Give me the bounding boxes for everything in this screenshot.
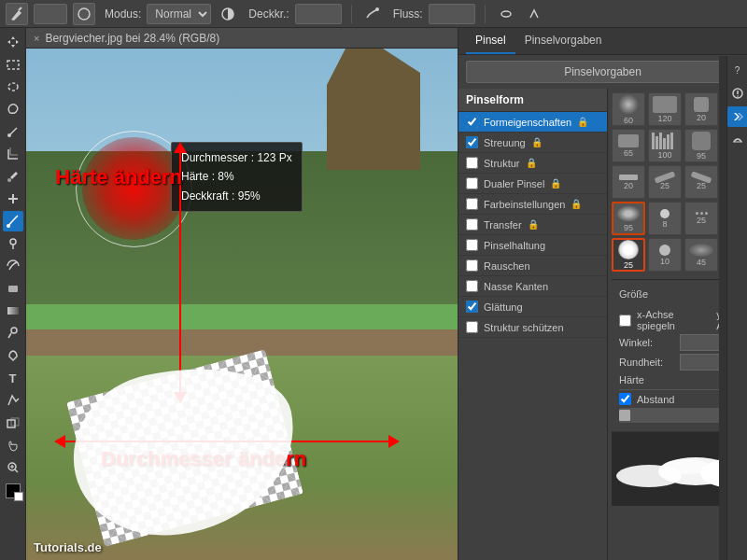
panel-left: Pinselform Formeigenschaften 🔒 Streuung … — [458, 89, 608, 560]
foreground-color[interactable] — [6, 483, 21, 498]
brush-shape-btn[interactable] — [73, 3, 95, 25]
panel-item-1[interactable]: Streuung 🔒 — [458, 133, 607, 153]
main-toolbar: 9 Modus: Normal Deckkr.: 100% Fluss: 100… — [0, 0, 747, 28]
right-tool-2[interactable] — [727, 83, 748, 104]
mode-select[interactable]: Normal — [147, 4, 211, 24]
eyedropper-tool[interactable] — [3, 166, 23, 187]
spacing-checkbox[interactable] — [619, 393, 631, 405]
checkbox-10[interactable] — [466, 321, 478, 333]
panel-item-6[interactable]: Pinselhaltung — [458, 235, 607, 256]
brush-cell-1[interactable]: 120 — [648, 92, 682, 126]
eraser-tool[interactable] — [3, 278, 23, 299]
path-select-tool[interactable] — [3, 390, 23, 411]
zoom-tool[interactable] — [3, 457, 23, 478]
svg-rect-12 — [8, 286, 18, 292]
checkbox-2[interactable] — [466, 157, 478, 169]
brush-cell-4[interactable]: 65 — [612, 129, 645, 162]
checkbox-7[interactable] — [466, 259, 478, 272]
right-tool-1[interactable]: ? — [727, 60, 748, 80]
checkbox-3[interactable] — [466, 177, 478, 189]
pen-tool[interactable] — [3, 345, 23, 366]
tab-pinsel[interactable]: Pinsel — [466, 28, 515, 54]
panel-item-5[interactable]: Transfer 🔒 — [458, 215, 607, 235]
opacity-input[interactable]: 100% — [295, 4, 342, 24]
checkbox-5[interactable] — [466, 218, 478, 231]
item-label-4: Farbeinstellungen — [484, 199, 565, 210]
checkbox-1[interactable] — [466, 136, 478, 148]
panel-item-7[interactable]: Rauschen — [458, 256, 607, 276]
flow-input[interactable]: 100% — [429, 4, 475, 24]
text-tool[interactable]: T — [3, 368, 23, 388]
stylus2-btn[interactable] — [523, 3, 545, 25]
shape-tool[interactable] — [3, 413, 23, 433]
hand-tool[interactable] — [3, 435, 23, 455]
panel-item-3[interactable]: Dualer Pinsel 🔒 — [458, 174, 607, 194]
brush-cell-2[interactable]: 20 — [684, 92, 718, 126]
sep1 — [351, 5, 352, 23]
tooltip-opacity: Deckkraft : 95% — [181, 187, 292, 205]
panel-item-10[interactable]: Struktur schützen — [458, 317, 607, 338]
brush-cell-14[interactable]: 25 — [684, 202, 718, 235]
wand-tool[interactable] — [3, 121, 23, 142]
panel-item-0[interactable]: Formeigenschaften 🔒 — [458, 112, 607, 133]
panel-item-4[interactable]: Farbeinstellungen 🔒 — [458, 194, 607, 215]
right-tool-3[interactable] — [727, 106, 748, 127]
item-label-6: Pinselhaltung — [484, 240, 545, 251]
brush-cell-13[interactable]: 8 — [648, 202, 682, 235]
checkbox-4[interactable] — [466, 198, 478, 210]
move-tool[interactable] — [3, 32, 23, 52]
clone-stamp-tool[interactable] — [3, 233, 23, 254]
dodge-tool[interactable] — [3, 323, 23, 343]
right-panel: Pinsel Pinselvorgaben Pinselvorgaben Pin… — [458, 28, 747, 560]
pinselform-header[interactable]: Pinselform — [458, 89, 607, 112]
lasso-tool[interactable] — [3, 99, 23, 119]
airbrush-icon[interactable] — [361, 3, 384, 25]
preset-button[interactable]: Pinselvorgaben — [466, 61, 740, 83]
checkbox-9[interactable] — [466, 301, 478, 313]
brush-cell-6[interactable]: 95 — [684, 129, 718, 162]
panel-item-9[interactable]: Glättung — [458, 297, 607, 317]
brush-cell-10[interactable]: 25 — [684, 165, 718, 199]
tooltip-hardness: Härte : 8% — [181, 167, 292, 186]
flow-label: Fluss: — [393, 7, 423, 21]
background-color[interactable] — [14, 492, 23, 501]
x-axis-checkbox[interactable] — [619, 315, 631, 327]
panel-item-8[interactable]: Nasse Kanten — [458, 276, 607, 297]
crop-tool[interactable] — [3, 144, 23, 164]
checkbox-6[interactable] — [466, 239, 478, 251]
spacing-slider-thumb[interactable] — [619, 410, 630, 421]
tab-pinselvorgaben[interactable]: Pinselvorgaben — [515, 28, 612, 54]
brush-cell-12[interactable]: 95 — [612, 202, 645, 235]
left-toolbar: T — [0, 28, 26, 560]
right-tool-4[interactable] — [727, 130, 748, 150]
brush-cell-8[interactable]: 20 — [612, 165, 645, 199]
brush-size-input[interactable]: 9 — [34, 4, 67, 24]
brush-tool-btn[interactable] — [6, 3, 28, 25]
healing-tool[interactable] — [3, 189, 23, 209]
brush-tool[interactable] — [3, 211, 23, 231]
svg-point-4 — [501, 11, 511, 17]
stylus-btn[interactable] — [495, 3, 517, 25]
checkbox-0[interactable] — [466, 116, 478, 128]
panel-item-2[interactable]: Struktur 🔒 — [458, 153, 607, 174]
brush-cell-0[interactable]: 60 — [612, 92, 645, 126]
brush-cell-18[interactable]: 45 — [684, 238, 718, 272]
svg-point-1 — [78, 8, 90, 20]
tooltip-diameter: Durchmesser : 123 Px — [181, 148, 292, 167]
svg-line-0 — [19, 7, 21, 10]
svg-line-19 — [15, 469, 18, 472]
tab-close-btn[interactable]: × — [34, 33, 39, 44]
brush-cell-selected[interactable]: 25 — [612, 238, 645, 272]
history-brush-tool[interactable] — [3, 256, 23, 276]
canvas-area: × Bergviecher.jpg bei 28.4% (RGB/8) — [26, 28, 458, 560]
marquee-ellipse-tool[interactable] — [3, 77, 23, 97]
panel-body: Pinselform Formeigenschaften 🔒 Streuung … — [458, 89, 747, 560]
canvas-content[interactable]: Durchmesser : 123 Px Härte : 8% Deckkraf… — [26, 49, 458, 560]
brush-cell-17[interactable]: 10 — [648, 238, 682, 272]
gradient-tool[interactable] — [3, 301, 23, 321]
checkbox-8[interactable] — [466, 280, 478, 292]
brush-cell-9[interactable]: 25 — [648, 165, 682, 199]
marquee-rect-tool[interactable] — [3, 54, 23, 75]
brush-cell-5[interactable]: 100 — [648, 129, 682, 162]
item-label-7: Rauschen — [484, 260, 530, 272]
